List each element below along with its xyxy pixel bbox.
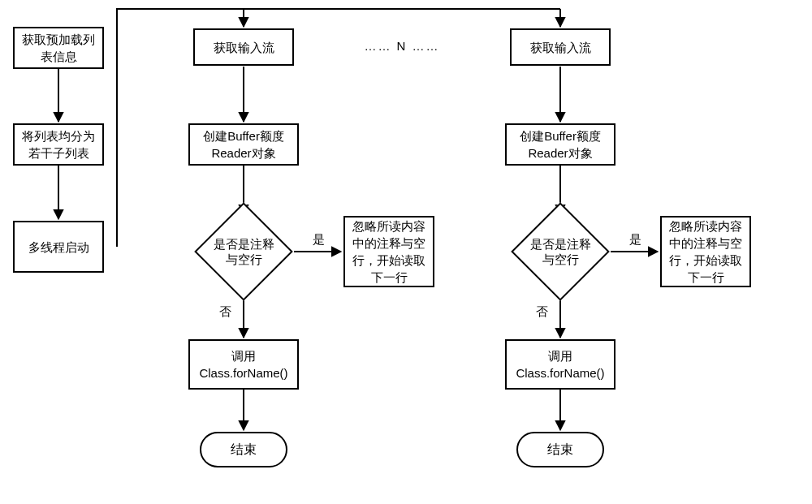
box-multithread-start: 多线程启动 xyxy=(13,221,104,273)
b-box-ignore-comment: 忽略所读内容 中的注释与空 行，开始读取 下一行 xyxy=(660,216,751,287)
b-label-no: 否 xyxy=(536,304,548,320)
b-box-get-input-stream: 获取输入流 xyxy=(510,28,611,66)
a-terminator-end: 结束 xyxy=(200,432,287,467)
a-box-get-input-stream: 获取输入流 xyxy=(193,28,294,66)
box-split-sublists: 将列表均分为 若干子列表 xyxy=(13,123,104,166)
a-box-class-forname: 调用 Class.forName() xyxy=(188,339,299,390)
box-get-preload-list: 获取预加载列 表信息 xyxy=(13,27,104,69)
flowchart-canvas: 获取预加载列 表信息 将列表均分为 若干子列表 多线程启动 …… N …… 获取… xyxy=(0,0,812,504)
b-diamond-is-comment-blank: 是否是注释 与空行 xyxy=(512,215,609,288)
b-label-yes: 是 xyxy=(629,232,641,248)
a-label-no: 否 xyxy=(219,304,231,320)
middle-n-label: …… N …… xyxy=(337,39,467,53)
a-label-yes: 是 xyxy=(313,232,325,248)
a-box-create-buffer-reader: 创建Buffer额度 Reader对象 xyxy=(188,123,299,166)
a-box-ignore-comment: 忽略所读内容 中的注释与空 行，开始读取 下一行 xyxy=(343,216,434,287)
a-diamond-is-comment-blank: 是否是注释 与空行 xyxy=(195,215,292,288)
b-terminator-end: 结束 xyxy=(516,432,604,467)
b-box-class-forname: 调用 Class.forName() xyxy=(505,339,615,390)
b-box-create-buffer-reader: 创建Buffer额度 Reader对象 xyxy=(505,123,615,166)
